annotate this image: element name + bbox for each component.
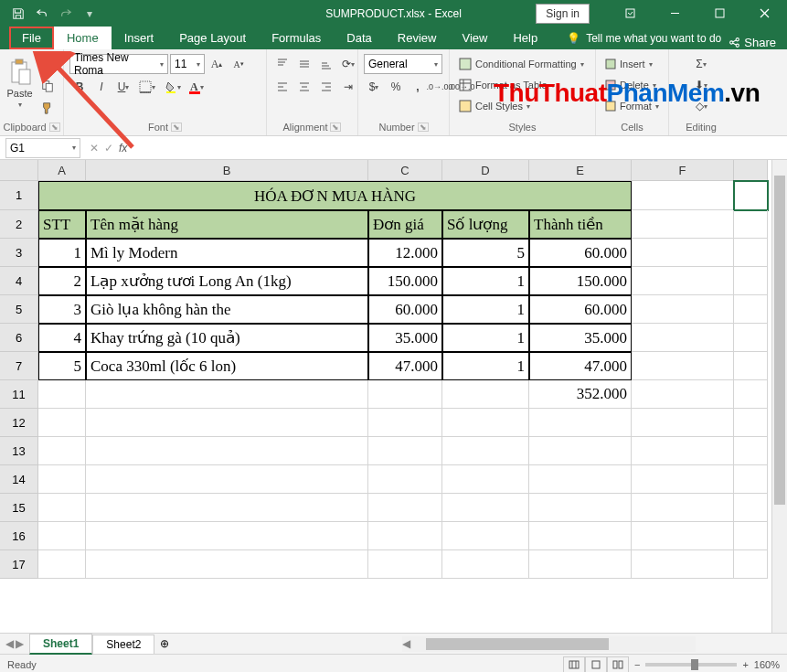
sheet-tab[interactable]: Sheet2: [92, 635, 154, 654]
cell[interactable]: [86, 409, 368, 437]
cell[interactable]: [632, 409, 734, 437]
table-cell[interactable]: 47.000: [368, 352, 442, 380]
column-header[interactable]: F: [632, 160, 734, 181]
table-title-cell[interactable]: HÓA ĐƠN MUA HÀNG: [38, 181, 632, 210]
row-header[interactable]: 13: [0, 437, 38, 465]
cell[interactable]: [734, 522, 768, 550]
cell[interactable]: [734, 437, 768, 465]
cell[interactable]: [632, 437, 734, 465]
table-cell[interactable]: 3: [38, 295, 86, 324]
cancel-formula-icon[interactable]: ✕: [90, 142, 99, 155]
indent-icon[interactable]: ⇥: [338, 77, 358, 97]
cell[interactable]: [632, 352, 734, 380]
page-break-view-icon[interactable]: [607, 656, 629, 673]
font-size-select[interactable]: 11▾: [170, 54, 205, 74]
redo-icon[interactable]: [55, 3, 77, 25]
align-center-icon[interactable]: [294, 77, 314, 97]
tell-me-search[interactable]: 💡 Tell me what you want to do: [554, 27, 734, 49]
table-cell[interactable]: 1: [442, 295, 529, 324]
add-sheet-button[interactable]: ⊕: [154, 637, 175, 650]
row-header[interactable]: 3: [0, 239, 38, 267]
cell[interactable]: [442, 409, 529, 437]
font-color-button[interactable]: A▾: [186, 77, 207, 97]
cell[interactable]: [38, 522, 86, 550]
cell[interactable]: [38, 550, 86, 579]
table-header-cell[interactable]: Đơn giá: [368, 210, 442, 239]
cell[interactable]: [86, 465, 368, 494]
table-cell[interactable]: 150.000: [529, 267, 632, 295]
cell[interactable]: [86, 437, 368, 465]
table-header-cell[interactable]: Thành tiền: [529, 210, 632, 239]
cell[interactable]: [529, 437, 632, 465]
share-button[interactable]: Share: [729, 36, 776, 49]
table-cell[interactable]: 1: [442, 352, 529, 380]
font-dialog-launcher[interactable]: ⬊: [171, 123, 182, 132]
cell[interactable]: [632, 550, 734, 579]
table-header-cell[interactable]: Tên mặt hàng: [86, 210, 368, 239]
table-cell[interactable]: 12.000: [368, 239, 442, 267]
cell[interactable]: [442, 465, 529, 494]
tab-review[interactable]: Review: [385, 27, 450, 49]
cell[interactable]: [86, 522, 368, 550]
table-cell[interactable]: 60.000: [529, 239, 632, 267]
align-right-icon[interactable]: [316, 77, 336, 97]
cell[interactable]: [632, 380, 734, 409]
formula-input[interactable]: [136, 138, 787, 158]
cell[interactable]: [529, 409, 632, 437]
cell[interactable]: [734, 324, 768, 352]
column-header[interactable]: C: [368, 160, 442, 181]
cell[interactable]: [734, 295, 768, 324]
cell[interactable]: [368, 437, 442, 465]
cell[interactable]: [734, 465, 768, 494]
percent-format-icon[interactable]: %: [386, 77, 406, 97]
clipboard-dialog-launcher[interactable]: ⬊: [49, 123, 60, 132]
cell[interactable]: [632, 522, 734, 550]
cell[interactable]: [368, 550, 442, 579]
row-header[interactable]: 16: [0, 522, 38, 550]
align-top-icon[interactable]: [272, 54, 292, 74]
table-cell[interactable]: Lạp xưởng tươi Long An (1kg): [86, 267, 368, 295]
table-cell[interactable]: 5: [442, 239, 529, 267]
cell[interactable]: [632, 210, 734, 239]
insert-cells-button[interactable]: Insert▾: [601, 54, 667, 74]
tab-insert[interactable]: Insert: [112, 27, 167, 49]
cell[interactable]: [368, 465, 442, 494]
sheet-nav-next-icon[interactable]: ▶: [16, 637, 24, 650]
sheet-nav-prev-icon[interactable]: ◀: [5, 637, 14, 650]
table-cell[interactable]: Mì ly Modern: [86, 239, 368, 267]
tab-formulas[interactable]: Formulas: [259, 27, 334, 49]
table-cell[interactable]: Khay trứng gà (10 quả): [86, 324, 368, 352]
table-cell[interactable]: 35.000: [529, 324, 632, 352]
cell[interactable]: [734, 550, 768, 579]
alignment-dialog-launcher[interactable]: ⬊: [330, 123, 341, 132]
comma-format-icon[interactable]: ,: [408, 77, 428, 97]
cell[interactable]: [442, 550, 529, 579]
sign-in-button[interactable]: Sign in: [536, 4, 590, 24]
cell[interactable]: [442, 522, 529, 550]
save-icon[interactable]: [7, 3, 29, 25]
select-all-corner[interactable]: [0, 160, 38, 181]
worksheet-grid[interactable]: A B C D E F 1 HÓA ĐƠN MUA HÀNG 2 STT Tên…: [0, 160, 787, 633]
cell[interactable]: [632, 295, 734, 324]
table-cell[interactable]: 5: [38, 352, 86, 380]
cell[interactable]: [529, 494, 632, 522]
cell[interactable]: [632, 267, 734, 295]
table-cell[interactable]: 1: [442, 324, 529, 352]
cell[interactable]: [442, 380, 529, 409]
row-header[interactable]: 14: [0, 465, 38, 494]
total-cell[interactable]: 352.000: [529, 380, 632, 409]
selected-cell[interactable]: [734, 181, 768, 210]
cell[interactable]: [632, 181, 734, 210]
normal-view-icon[interactable]: [563, 656, 585, 673]
cell[interactable]: [442, 494, 529, 522]
table-cell[interactable]: Giò lụa không hàn the: [86, 295, 368, 324]
fill-color-button[interactable]: ▾: [161, 77, 185, 97]
table-cell[interactable]: 4: [38, 324, 86, 352]
font-name-select[interactable]: Times New Roma▾: [69, 54, 168, 74]
align-bottom-icon[interactable]: [316, 54, 336, 74]
table-cell[interactable]: 1: [442, 267, 529, 295]
column-header[interactable]: B: [86, 160, 368, 181]
table-cell[interactable]: 60.000: [368, 295, 442, 324]
row-header[interactable]: 17: [0, 550, 38, 579]
row-header[interactable]: 2: [0, 210, 38, 239]
